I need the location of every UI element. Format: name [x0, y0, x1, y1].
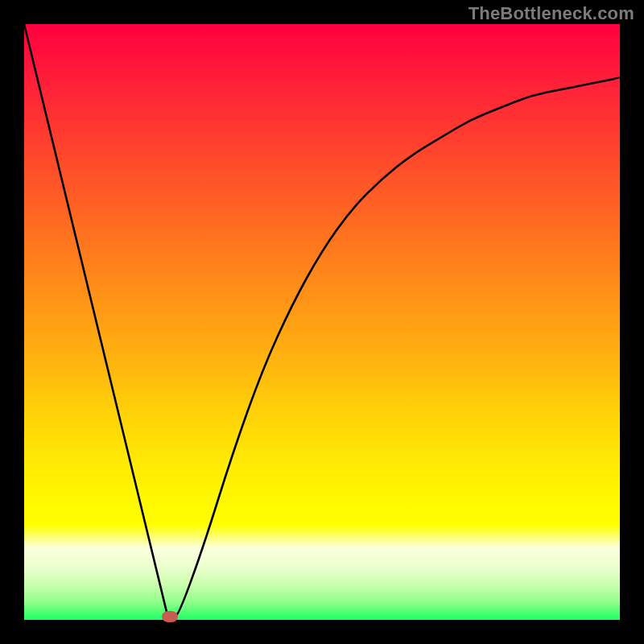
plot-area	[24, 24, 620, 620]
chart-svg	[0, 0, 644, 644]
bottleneck-chart: TheBottleneck.com	[0, 0, 644, 644]
